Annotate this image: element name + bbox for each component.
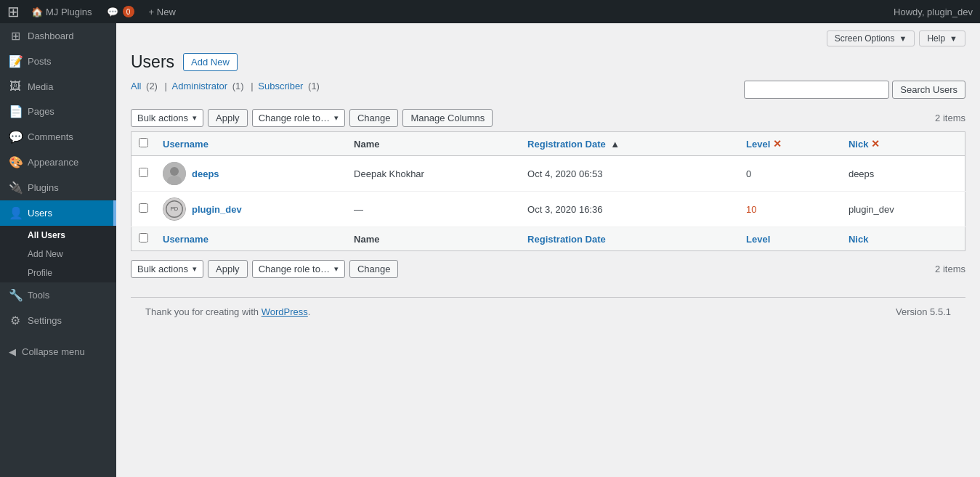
plugins-icon: 🔌	[9, 181, 22, 195]
chevron-down-icon: ▾	[334, 264, 339, 274]
adminbar-comments[interactable]: 💬 0	[100, 0, 142, 23]
row-name-cell: —	[347, 192, 520, 227]
svg-point-1	[170, 167, 179, 176]
sort-arrow-icon: ▲	[610, 139, 620, 150]
dashboard-icon: ⊞	[9, 29, 22, 43]
row-checkbox-cell	[131, 192, 156, 227]
chevron-down-icon: ▼	[949, 34, 957, 43]
submenu-all-users[interactable]: All Users	[0, 226, 116, 245]
add-new-button[interactable]: Add New	[183, 53, 238, 71]
table-header-row: Username Name Registration Date ▲ Level …	[131, 132, 965, 156]
row-nick-cell: deeps	[841, 156, 965, 192]
page-footer: Thank you for creating with WordPress. V…	[131, 297, 965, 326]
chevron-down-icon: ▼	[899, 34, 907, 43]
wordpress-link[interactable]: WordPress	[262, 306, 308, 317]
col-reg-date[interactable]: Registration Date ▲	[520, 132, 739, 156]
row-regdate-cell: Oct 3, 2020 16:36	[520, 192, 739, 227]
change-role-top-select[interactable]: Change role to… ▾	[252, 109, 345, 127]
footer-thank-you: Thank you for creating with WordPress.	[145, 306, 310, 317]
sidebar-item-media[interactable]: 🖼 Media	[0, 74, 116, 99]
search-input[interactable]	[744, 81, 889, 99]
site-name: MJ Plugins	[46, 7, 92, 17]
row-checkbox[interactable]	[139, 168, 148, 177]
change-role-bottom-select[interactable]: Change role to… ▾	[252, 260, 345, 278]
sidebar-item-posts[interactable]: 📝 Posts	[0, 49, 116, 74]
col-regdate-footer: Registration Date	[520, 227, 739, 251]
row-checkbox[interactable]	[139, 203, 148, 213]
apply-bottom-button[interactable]: Apply	[208, 260, 248, 278]
col-name-footer: Name	[347, 227, 520, 251]
table-footer-row: Username Name Registration Date Level Ni…	[131, 227, 965, 251]
chevron-down-icon: ▾	[193, 113, 197, 123]
help-button[interactable]: Help ▼	[919, 30, 965, 46]
submenu-profile[interactable]: Profile	[0, 264, 116, 282]
sidebar-item-pages[interactable]: 📄 Pages	[0, 99, 116, 124]
row-username-cell: deeps	[155, 156, 347, 192]
plugin-dev-avatar-svg: PD	[163, 197, 185, 221]
change-role-top-label: Change role to…	[259, 113, 330, 123]
footer-version: Version 5.5.1	[896, 306, 951, 317]
users-table-wrap: Username Name Registration Date ▲ Level …	[131, 131, 965, 251]
items-count-bottom: 2 items	[935, 264, 965, 274]
row-checkbox-cell	[131, 156, 156, 192]
help-label: Help	[927, 33, 945, 44]
col-nick-footer: Nick	[841, 227, 965, 251]
select-all-checkbox-bottom[interactable]	[139, 233, 148, 242]
filter-all[interactable]: All (2)	[131, 81, 160, 91]
sidebar-item-comments[interactable]: 💬 Comments	[0, 124, 116, 150]
col-nick: Nick ✕	[841, 132, 965, 156]
username-link[interactable]: deeps	[192, 168, 219, 179]
screen-options-bar: Screen Options ▼ Help ▼	[131, 30, 965, 46]
bulk-actions-top-label: Bulk actions	[137, 113, 188, 123]
screen-options-button[interactable]: Screen Options ▼	[827, 30, 915, 46]
regdate-sort-link[interactable]: Registration Date ▲	[527, 139, 620, 150]
sidebar-item-label: Users	[28, 208, 52, 219]
select-all-footer	[131, 227, 156, 251]
filter-administrator[interactable]: Administrator (1)	[172, 81, 246, 91]
change-bottom-button[interactable]: Change	[349, 260, 399, 278]
col-username[interactable]: Username	[155, 132, 347, 156]
adminbar-howdy: Howdy, plugin_dev	[894, 7, 973, 17]
username-sort-link[interactable]: Username	[163, 139, 208, 150]
sidebar-item-settings[interactable]: ⚙ Settings	[0, 308, 116, 333]
sidebar-item-appearance[interactable]: 🎨 Appearance	[0, 150, 116, 175]
bulk-actions-bottom-select[interactable]: Bulk actions ▾	[131, 260, 203, 278]
col-level: Level ✕	[739, 132, 841, 156]
sidebar-item-label: Comments	[28, 131, 73, 142]
sidebar-item-dashboard[interactable]: ⊞ Dashboard	[0, 23, 116, 49]
adminbar-new[interactable]: + New	[142, 0, 183, 23]
sidebar-item-tools[interactable]: 🔧 Tools	[0, 282, 116, 308]
adminbar-site[interactable]: 🏠 MJ Plugins	[24, 0, 100, 23]
change-top-button[interactable]: Change	[349, 109, 399, 127]
media-icon: 🖼	[9, 80, 22, 93]
search-box: Search Users	[744, 81, 965, 99]
collapse-menu-button[interactable]: ◀ Collapse menu	[0, 341, 116, 363]
username-link[interactable]: plugin_dev	[192, 204, 242, 215]
sidebar-item-label: Media	[28, 81, 53, 92]
avatar-svg	[163, 162, 186, 185]
select-all-checkbox[interactable]	[139, 138, 148, 147]
items-count-top: 2 items	[935, 113, 965, 123]
collapse-icon: ◀	[9, 346, 16, 357]
bulk-actions-top-select[interactable]: Bulk actions ▾	[131, 109, 203, 127]
admin-bar: ⊞ 🏠 MJ Plugins 💬 0 + New Howdy, plugin_d…	[0, 0, 980, 23]
users-tbody: deeps Deepak Khokhar Oct 4, 2020 06:53 0…	[131, 156, 965, 251]
table-row: PD plugin_dev — Oct 3, 2020 16:36 10 plu…	[131, 192, 965, 227]
sidebar-item-label: Tools	[28, 290, 49, 301]
sidebar-item-plugins[interactable]: 🔌 Plugins	[0, 175, 116, 200]
manage-columns-button[interactable]: Manage Columns	[402, 109, 493, 127]
appearance-icon: 🎨	[9, 155, 22, 169]
tools-icon: 🔧	[9, 288, 22, 302]
row-level-cell: 0	[739, 156, 841, 192]
users-table: Username Name Registration Date ▲ Level …	[131, 131, 965, 251]
comments-count: 0	[123, 6, 134, 17]
sidebar-item-label: Posts	[28, 56, 52, 67]
nick-x-icon: ✕	[871, 138, 880, 150]
sidebar-item-users[interactable]: 👤 Users	[0, 200, 116, 226]
filter-subscriber[interactable]: Subscriber (1)	[258, 81, 322, 91]
search-users-button[interactable]: Search Users	[892, 81, 965, 99]
apply-top-button[interactable]: Apply	[208, 109, 248, 127]
comments-icon: 💬	[107, 7, 118, 17]
tablenav-bottom: Bulk actions ▾ Apply Change role to… ▾ C…	[131, 256, 965, 282]
submenu-add-new[interactable]: Add New	[0, 245, 116, 264]
